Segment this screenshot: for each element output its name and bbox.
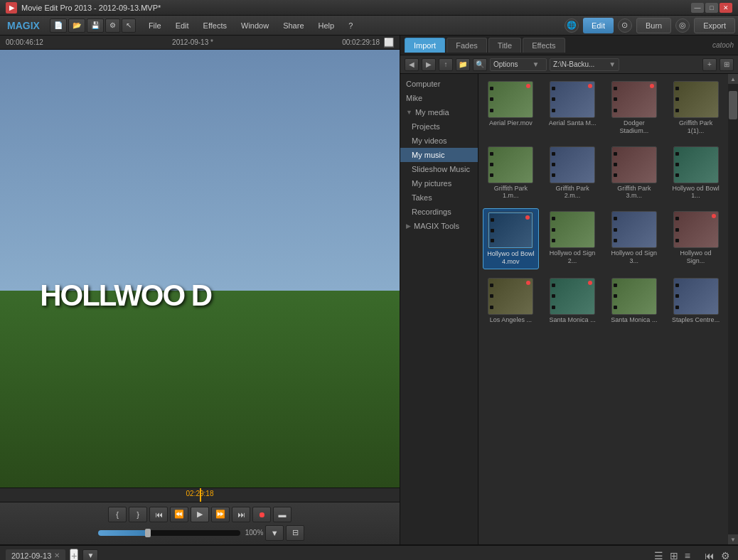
maximize-button[interactable]: □ <box>705 3 718 13</box>
file-thumb-santa-monica-1 <box>550 278 595 315</box>
file-hollywood-sign-2[interactable]: Hollywo od Sign 2... <box>545 208 601 269</box>
tab-effects[interactable]: Effects <box>523 38 565 53</box>
mark-out-button[interactable]: } <box>129 507 147 522</box>
menu-bar: MAGIX 📄 📂 💾 ⚙ ↖ File Edit Effects Window… <box>0 16 738 36</box>
menu-window[interactable]: Window <box>238 20 272 31</box>
burn-circle[interactable]: ⊙ <box>618 18 632 33</box>
scroll-track[interactable] <box>728 84 738 534</box>
scroll-thumb[interactable] <box>729 91 737 119</box>
grid-button[interactable]: ⊞ <box>720 58 734 71</box>
menu-edit[interactable]: Edit <box>173 20 192 31</box>
tree-takes[interactable]: Takes <box>400 190 478 205</box>
snapshot-button[interactable]: ▬ <box>273 507 292 522</box>
timeline-tab-close[interactable]: ✕ <box>54 551 60 559</box>
globe-button[interactable]: 🌐 <box>565 18 579 33</box>
tree-my-pictures[interactable]: My pictures <box>400 176 478 190</box>
menu-file[interactable]: File <box>146 20 164 31</box>
tree-computer[interactable]: Computer <box>400 77 478 91</box>
up-button[interactable]: ↑ <box>439 58 453 71</box>
file-name-hollywood-sign-3: Hollywo od Sign 3... <box>609 249 659 265</box>
film-hole <box>490 152 493 156</box>
zoom-options-button[interactable]: ▼ <box>265 525 284 541</box>
tab-title[interactable]: Title <box>488 38 521 53</box>
next-frame-button[interactable]: ⏭ <box>232 507 250 522</box>
close-button[interactable]: ✕ <box>720 3 732 13</box>
edit-mode-button[interactable]: Edit <box>583 18 614 33</box>
file-hollywood-sign-4[interactable]: Hollywo od Sign... <box>668 208 724 269</box>
search-button[interactable]: 🔍 <box>473 58 487 71</box>
open-button[interactable]: 📂 <box>68 18 85 33</box>
file-staples-centre[interactable]: Staples Centre... <box>668 275 724 327</box>
timeline-settings[interactable]: ⚙ <box>719 550 732 561</box>
film-holes <box>675 213 680 246</box>
add-button[interactable]: + <box>702 58 717 71</box>
minimize-button[interactable]: — <box>691 3 704 13</box>
tree-slideshow-music[interactable]: Slideshow Music <box>400 162 478 176</box>
timeline-view-list[interactable]: ☰ <box>652 550 665 561</box>
burn-button[interactable]: Burn <box>636 18 671 33</box>
path-dropdown[interactable]: Z:\N-Backu... ▼ <box>550 58 619 71</box>
file-griffith-park-2[interactable]: Griffith Park 2.m... <box>545 144 601 203</box>
back-button[interactable]: ◀ <box>405 58 419 71</box>
next-button[interactable]: ⏩ <box>211 507 230 522</box>
timeline-view-detail[interactable]: ≡ <box>683 550 692 561</box>
tree-my-videos[interactable]: My videos <box>400 134 478 148</box>
file-grid-scrollbar[interactable]: ▲ ▼ <box>728 74 738 544</box>
file-los-angeles[interactable]: Los Angeles ... <box>483 275 539 327</box>
file-griffith-park-1m[interactable]: Griffith Park 1.m... <box>483 144 539 203</box>
file-santa-monica-2[interactable]: Santa Monica ... <box>606 275 663 327</box>
timeline-tab[interactable]: 2012-09-13 ✕ <box>6 549 65 561</box>
play-button[interactable]: ▶ <box>191 507 209 522</box>
prev-button[interactable]: ⏪ <box>170 507 188 522</box>
panel-tabs: Import Fades Title Effects catooh <box>400 36 738 55</box>
export-circle[interactable]: ◎ <box>675 18 690 33</box>
folder-button[interactable]: 📁 <box>456 58 470 71</box>
menu-share[interactable]: Share <box>280 20 306 31</box>
cursor-button[interactable]: ↖ <box>122 18 136 33</box>
file-griffith-park-1[interactable]: Griffith Park 1(1)... <box>668 78 724 138</box>
tree-my-media[interactable]: ▼ My media <box>400 105 478 119</box>
seek-handle[interactable] <box>145 529 151 537</box>
menu-info[interactable]: ? <box>346 20 355 31</box>
tree-my-music[interactable]: My music <box>400 148 478 162</box>
preview-progress-bar[interactable]: 02:29:18 <box>0 488 400 502</box>
scroll-up-button[interactable]: ▲ <box>728 74 738 84</box>
preview-corner-button[interactable]: ⬜ <box>384 38 394 48</box>
options-dropdown[interactable]: Options ▼ <box>490 58 547 71</box>
forward-button[interactable]: ▶ <box>422 58 436 71</box>
seek-bar[interactable] <box>98 530 240 536</box>
record-button[interactable]: ⏺ <box>252 507 271 522</box>
file-thumb-santa-monica-2 <box>611 278 657 315</box>
menu-help[interactable]: Help <box>316 20 338 31</box>
my-media-arrow: ▼ <box>406 109 412 116</box>
add-timeline-button[interactable]: + <box>70 549 78 561</box>
film-strip <box>550 212 594 247</box>
tree-magix-tools[interactable]: ▶ MAGIX Tools <box>400 219 478 233</box>
file-aerial-santa[interactable]: Aerial Santa M... <box>545 78 601 138</box>
tab-import[interactable]: Import <box>405 38 445 53</box>
file-dodger-stadium[interactable]: Dodger Stadium... <box>606 78 663 138</box>
file-aerial-pier[interactable]: Aerial Pier.mov <box>483 78 539 138</box>
file-santa-monica-1[interactable]: Santa Monica ... <box>545 275 601 327</box>
file-hollywood-bowl-1[interactable]: Hollywo od Bowl 1... <box>668 144 724 203</box>
timeline-skip-start[interactable]: ⏮ <box>702 550 717 561</box>
mark-in-button[interactable]: { <box>108 507 127 522</box>
scroll-down-button[interactable]: ▼ <box>728 534 738 544</box>
tree-mike[interactable]: Mike <box>400 91 478 105</box>
timeline-dropdown[interactable]: ▼ <box>82 549 98 561</box>
tree-recordings[interactable]: Recordings <box>400 205 478 219</box>
export-button[interactable]: Export <box>694 18 735 33</box>
file-hollywood-bowl-4[interactable]: Hollywo od Bowl 4.mov <box>483 208 539 269</box>
tree-projects[interactable]: Projects <box>400 119 478 134</box>
timeline-view-grid[interactable]: ⊞ <box>668 550 680 561</box>
file-griffith-park-3[interactable]: Griffith Park 3.m... <box>606 144 663 203</box>
new-button[interactable]: 📄 <box>50 18 67 33</box>
top-right-buttons: 🌐 Edit ⊙ Burn ◎ Export <box>565 18 735 33</box>
settings-button[interactable]: ⚙ <box>105 18 120 33</box>
file-hollywood-sign-3[interactable]: Hollywo od Sign 3... <box>606 208 663 269</box>
menu-effects[interactable]: Effects <box>200 20 230 31</box>
tab-fades[interactable]: Fades <box>446 38 487 53</box>
save-button[interactable]: 💾 <box>87 18 104 33</box>
zoom-slider-button[interactable]: ⊟ <box>286 525 304 541</box>
prev-frame-button[interactable]: ⏮ <box>149 507 168 522</box>
